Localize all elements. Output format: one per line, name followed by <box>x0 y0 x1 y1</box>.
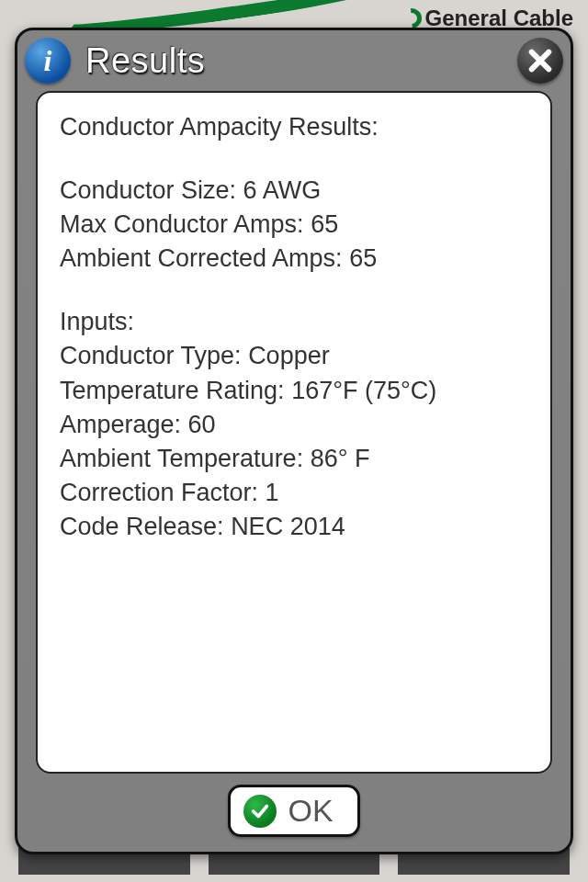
ok-button-label: OK <box>288 793 333 829</box>
ambient-temp-label: Ambient Temperature: <box>60 445 311 472</box>
check-icon <box>243 795 277 828</box>
conductor-size-row: Conductor Size: 6 AWG <box>60 175 528 207</box>
max-amps-label: Max Conductor Amps: <box>60 210 311 238</box>
dialog-content: Conductor Ampacity Results: Conductor Si… <box>36 91 552 774</box>
temp-rating-label: Temperature Rating: <box>60 377 291 404</box>
correction-factor-label: Correction Factor: <box>60 479 266 506</box>
ok-button[interactable]: OK <box>228 785 359 837</box>
results-heading: Conductor Ampacity Results: <box>60 111 528 143</box>
ambient-temp-value: 86° F <box>311 445 370 472</box>
close-button[interactable] <box>517 38 563 84</box>
dialog-title: Results <box>85 41 205 81</box>
amperage-value: 60 <box>188 411 216 438</box>
code-release-row: Code Release: NEC 2014 <box>60 511 528 543</box>
correction-factor-row: Correction Factor: 1 <box>60 477 528 509</box>
temp-rating-row: Temperature Rating: 167°F (75°C) <box>60 375 528 407</box>
inputs-heading: Inputs: <box>60 306 528 338</box>
ambient-corrected-value: 65 <box>349 244 377 272</box>
ambient-corrected-row: Ambient Corrected Amps: 65 <box>60 243 528 275</box>
max-amps-row: Max Conductor Amps: 65 <box>60 209 528 241</box>
conductor-type-value: Copper <box>248 342 330 369</box>
conductor-size-value: 6 AWG <box>243 176 322 204</box>
dialog-header: i Results <box>17 30 571 91</box>
dialog-footer: OK <box>17 785 571 852</box>
close-icon <box>527 48 553 74</box>
conductor-type-label: Conductor Type: <box>60 342 248 369</box>
info-icon: i <box>25 38 71 84</box>
conductor-type-row: Conductor Type: Copper <box>60 340 528 372</box>
amperage-row: Amperage: 60 <box>60 409 528 441</box>
results-dialog: i Results Conductor Ampacity Results: Co… <box>15 28 573 854</box>
ambient-corrected-label: Ambient Corrected Amps: <box>60 244 349 272</box>
conductor-size-label: Conductor Size: <box>60 176 243 204</box>
code-release-value: NEC 2014 <box>231 513 345 540</box>
max-amps-value: 65 <box>311 210 338 238</box>
temp-rating-value: 167°F (75°C) <box>291 377 436 404</box>
correction-factor-value: 1 <box>266 479 279 506</box>
ambient-temp-row: Ambient Temperature: 86° F <box>60 443 528 475</box>
code-release-label: Code Release: <box>60 513 231 540</box>
amperage-label: Amperage: <box>60 411 188 438</box>
